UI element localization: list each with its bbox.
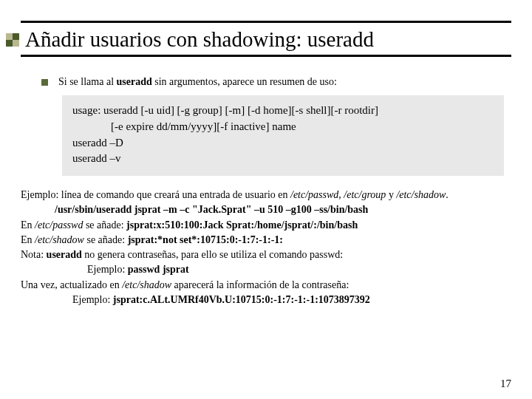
ej-shadow: /etc/shadow	[396, 189, 446, 200]
intro-prefix: Si se llama al	[58, 76, 117, 87]
nota-line: Nota: useradd no genera contraseñas, par…	[21, 248, 511, 262]
title-ornament-icon	[6, 33, 19, 47]
example-cmd: /usr/sbin/useradd jsprat –m –c "Jack.Spr…	[21, 202, 511, 217]
intro-text: Si se llama al useradd sin argumentos, a…	[58, 76, 337, 88]
passwd-example: Ejemplo: passwd jsprat	[21, 262, 511, 277]
usage-line-3: useradd –D	[72, 135, 494, 151]
bullet-icon	[41, 79, 48, 86]
example-intro: Ejemplo: línea de comando que creará una…	[21, 188, 511, 202]
shadow-example: Ejemplo: jsprat:c.ALt.UMRf40Vb.U:10715:0…	[21, 293, 511, 307]
ej-label: Ejemplo:	[21, 189, 58, 200]
ej-and: y	[386, 189, 396, 200]
usage-line-1: usage: useradd [-u uid] [-g group] [-m] …	[72, 103, 494, 119]
intro-row: Si se llama al useradd sin argumentos, a…	[41, 76, 511, 88]
usage-line-2: [-e expire dd/mm/yyyy][-f inactive] name	[72, 119, 494, 135]
page-title: Añadir usuarios con shadowing: useradd	[25, 27, 374, 52]
update-line: Una vez, actualizado en /etc/shadow apar…	[21, 278, 511, 293]
passwd-line: En /etc/passwd se añade: jsprat:x:510:10…	[21, 218, 511, 233]
usage-line-4: useradd –v	[72, 151, 494, 167]
usage-box: usage: useradd [-u uid] [-g group] [-m] …	[62, 95, 504, 176]
cmd1: /usr/sbin/useradd jsprat –m –c "Jack.Spr…	[55, 204, 368, 215]
title-row: Añadir usuarios con shadowing: useradd	[6, 27, 511, 52]
top-rule	[21, 21, 511, 23]
page-number: 17	[500, 378, 511, 390]
body-text: Ejemplo: línea de comando que creará una…	[21, 188, 511, 307]
shadow-line: En /etc/shadow se añade: jsprat:*not set…	[21, 233, 511, 248]
ej-text: línea de comando que creará una entrada …	[58, 189, 290, 200]
ej-files: /etc/passwd, /etc/group	[290, 189, 386, 200]
ej-dot: .	[446, 189, 449, 200]
intro-suffix: sin argumentos, aparece un resumen de us…	[152, 76, 337, 87]
bottom-rule	[21, 55, 511, 57]
intro-bold: useradd	[117, 76, 152, 87]
